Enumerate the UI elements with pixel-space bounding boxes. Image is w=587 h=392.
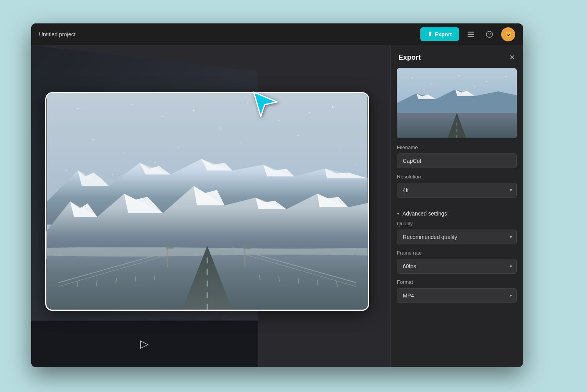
filename-group: Filename bbox=[391, 144, 523, 174]
svg-point-53 bbox=[432, 83, 432, 84]
svg-text:?: ? bbox=[488, 32, 491, 37]
quality-group: Quality Recommended quality High quality… bbox=[391, 221, 523, 250]
main-content: ▷ Export ✕ bbox=[31, 45, 523, 367]
stack-icon-button[interactable] bbox=[464, 27, 478, 41]
format-label: Format bbox=[397, 279, 517, 285]
preview-thumbnail bbox=[397, 68, 517, 138]
export-panel: Export ✕ bbox=[390, 45, 523, 367]
svg-rect-48 bbox=[47, 93, 367, 310]
play-button[interactable]: ▷ bbox=[140, 337, 149, 350]
svg-rect-0 bbox=[468, 32, 474, 33]
svg-rect-1 bbox=[468, 34, 474, 35]
topbar: Untitled project ⬆ Export ? 🐱 bbox=[31, 23, 523, 45]
export-button[interactable]: ⬆ Export bbox=[420, 27, 459, 41]
advanced-settings-toggle[interactable]: ▾ Advanced settings bbox=[391, 207, 523, 221]
svg-point-58 bbox=[474, 86, 475, 87]
filename-label: Filename bbox=[397, 144, 517, 150]
svg-point-54 bbox=[459, 75, 460, 77]
stack-icon bbox=[467, 30, 475, 38]
close-panel-button[interactable]: ✕ bbox=[509, 53, 515, 62]
quality-select[interactable]: Recommended quality High quality Standar… bbox=[397, 230, 517, 244]
export-panel-title: Export bbox=[398, 53, 421, 62]
resolution-group: Resolution 1080p 2k 4k ▾ bbox=[391, 174, 523, 203]
format-group: Format MP4 MOV AVI ▾ bbox=[391, 279, 523, 308]
close-icon: ✕ bbox=[509, 53, 515, 62]
svg-rect-2 bbox=[468, 36, 474, 37]
app-window: Untitled project ⬆ Export ? 🐱 bbox=[31, 23, 523, 367]
topbar-actions: ⬆ Export ? 🐱 bbox=[420, 27, 515, 41]
svg-point-56 bbox=[505, 76, 506, 77]
thumb-scene bbox=[397, 68, 517, 138]
quality-label: Quality bbox=[397, 221, 517, 226]
project-title: Untitled project bbox=[39, 31, 75, 37]
play-icon: ▷ bbox=[140, 338, 149, 350]
advanced-settings-label: Advanced settings bbox=[402, 210, 447, 217]
svg-point-52 bbox=[412, 77, 413, 78]
format-select-wrapper: MP4 MOV AVI ▾ bbox=[397, 288, 517, 303]
framerate-select-wrapper: 24fps 30fps 60fps ▾ bbox=[397, 259, 517, 274]
svg-point-57 bbox=[424, 89, 425, 90]
chevron-up-icon: ▾ bbox=[397, 211, 399, 216]
user-avatar-button[interactable]: 🐱 bbox=[501, 27, 515, 41]
resolution-select[interactable]: 1080p 2k 4k bbox=[397, 183, 517, 198]
resolution-label: Resolution bbox=[397, 174, 517, 180]
framerate-label: Frame rate bbox=[397, 250, 517, 256]
help-icon-button[interactable]: ? bbox=[482, 27, 496, 41]
divider-1 bbox=[391, 205, 523, 205]
resolution-select-wrapper: 1080p 2k 4k ▾ bbox=[397, 183, 517, 198]
svg-point-55 bbox=[486, 81, 487, 82]
avatar-label: 🐱 bbox=[505, 31, 512, 37]
export-btn-label: Export bbox=[435, 31, 452, 37]
help-icon: ? bbox=[486, 30, 493, 38]
video-scene bbox=[46, 93, 368, 310]
video-frame bbox=[45, 92, 369, 311]
video-area: ▷ bbox=[31, 45, 390, 367]
timeline-bar: ▷ bbox=[31, 320, 258, 367]
framerate-group: Frame rate 24fps 30fps 60fps ▾ bbox=[391, 250, 523, 279]
format-select[interactable]: MP4 MOV AVI bbox=[397, 288, 517, 303]
filename-input[interactable] bbox=[397, 153, 517, 168]
upload-icon: ⬆ bbox=[427, 30, 432, 38]
framerate-select[interactable]: 24fps 30fps 60fps bbox=[397, 259, 517, 274]
quality-select-wrapper: Recommended quality High quality Standar… bbox=[397, 230, 517, 244]
export-panel-header: Export ✕ bbox=[391, 45, 523, 68]
